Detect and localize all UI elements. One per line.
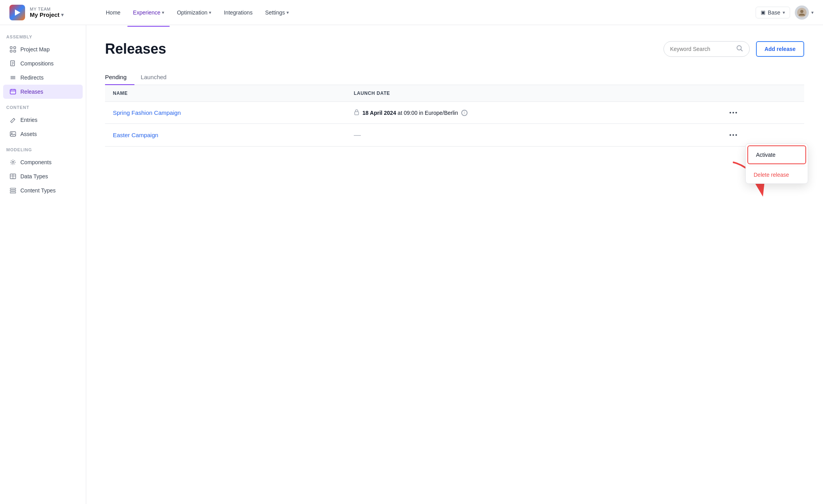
tab-launched[interactable]: Launched (141, 70, 174, 85)
user-avatar[interactable] (795, 5, 809, 20)
table-header-row: NAME LAUNCH DATE (105, 85, 804, 102)
svg-point-34 (730, 134, 731, 136)
dropdown-menu: Activate Delete release (745, 143, 808, 184)
actions-cell-1 (718, 102, 804, 124)
project-name[interactable]: My Project ▾ (30, 11, 63, 18)
sidebar-item-project-map[interactable]: Project Map (3, 42, 83, 56)
empty-date: — (354, 131, 361, 139)
logo-area: MY TEAM My Project ▾ (9, 5, 88, 20)
sidebar-item-components[interactable]: Components (3, 155, 83, 169)
sidebar-item-label: Components (20, 159, 51, 165)
nav-item-integrations[interactable]: Integrations (218, 6, 258, 19)
nav-item-home[interactable]: Home (100, 6, 126, 19)
release-name-cell: Easter Campaign (105, 124, 346, 147)
svg-point-21 (12, 161, 14, 163)
svg-point-36 (736, 134, 737, 136)
sidebar-item-label: Data Types (20, 173, 48, 179)
release-name-link[interactable]: Easter Campaign (113, 132, 158, 138)
nav-item-optimization[interactable]: Optimization ▾ (171, 6, 217, 19)
pencil-icon (9, 116, 16, 123)
list-icon (9, 187, 16, 194)
sidebar-item-content-types[interactable]: Content Types (3, 183, 83, 198)
actions-cell-2: Activate Delete release (718, 124, 804, 147)
optimization-chevron-icon: ▾ (209, 10, 211, 15)
svg-rect-6 (14, 50, 16, 52)
launch-date-cell-empty: — (346, 124, 718, 147)
more-actions-button-1[interactable] (726, 110, 740, 115)
search-input[interactable] (670, 46, 733, 52)
svg-rect-14 (10, 89, 16, 94)
svg-line-18 (14, 118, 15, 120)
search-icon (736, 45, 743, 53)
bold-date: 18 April 2024 (363, 110, 396, 116)
svg-rect-25 (10, 188, 16, 189)
avatar-chevron-icon: ▾ (811, 10, 814, 15)
image-icon (9, 131, 16, 138)
project-chevron-icon: ▾ (61, 12, 63, 18)
svg-rect-5 (10, 50, 12, 52)
svg-rect-3 (10, 47, 12, 49)
sidebar-item-label: Assets (20, 131, 37, 137)
launch-date-cell: 18 April 2024 at 09:00 in Europe/Berlin … (346, 102, 718, 124)
page-header: Releases Add release (105, 41, 804, 57)
svg-marker-0 (15, 9, 20, 16)
tab-pending[interactable]: Pending (105, 70, 134, 85)
sidebar-item-label: Releases (20, 89, 43, 95)
app-layout: ASSEMBLY Project Map (0, 25, 823, 504)
top-nav: MY TEAM My Project ▾ Home Experience ▾ O… (0, 0, 823, 25)
calendar-icon (9, 88, 16, 95)
add-release-button[interactable]: Add release (756, 41, 804, 57)
database-icon: ▣ (761, 9, 765, 15)
base-chevron-icon: ▾ (783, 10, 785, 15)
svg-line-29 (741, 49, 742, 51)
nav-links: Home Experience ▾ Optimization ▾ Integra… (100, 6, 756, 19)
svg-rect-4 (14, 47, 16, 49)
svg-rect-27 (10, 192, 16, 193)
releases-table: NAME LAUNCH DATE Spring Fashion Campaign (105, 85, 804, 147)
col-actions (718, 85, 804, 102)
sidebar-section-content: CONTENT (0, 105, 86, 113)
app-logo (9, 5, 25, 20)
file-icon (9, 60, 16, 67)
sidebar-item-label: Project Map (20, 46, 50, 53)
col-name: NAME (105, 85, 346, 102)
sidebar-item-label: Compositions (20, 60, 54, 67)
delete-release-button[interactable]: Delete release (746, 166, 808, 183)
sidebar-item-compositions[interactable]: Compositions (3, 56, 83, 71)
settings-chevron-icon: ▾ (286, 10, 289, 15)
svg-point-33 (736, 112, 737, 114)
sidebar-section-modeling: MODELING (0, 147, 86, 155)
release-name-cell: Spring Fashion Campaign (105, 102, 346, 124)
sidebar-item-assets[interactable]: Assets (3, 127, 83, 141)
search-box[interactable] (663, 41, 750, 57)
sidebar-item-releases[interactable]: Releases (3, 85, 83, 99)
base-selector[interactable]: ▣ Base ▾ (756, 7, 790, 18)
map-icon (9, 46, 16, 53)
header-actions: Add release (663, 41, 804, 57)
svg-point-35 (732, 134, 734, 136)
svg-rect-19 (10, 132, 16, 136)
experience-chevron-icon: ▾ (162, 10, 164, 15)
info-icon[interactable]: i (461, 110, 468, 116)
nav-item-experience[interactable]: Experience ▾ (127, 6, 170, 19)
activate-button[interactable]: Activate (747, 145, 806, 164)
sidebar: ASSEMBLY Project Map (0, 25, 86, 504)
launch-time: at 09:00 in Europe/Berlin (398, 110, 458, 116)
page-title: Releases (105, 41, 166, 57)
sidebar-item-entries[interactable]: Entries (3, 113, 83, 127)
sidebar-item-redirects[interactable]: Redirects (3, 71, 83, 85)
svg-point-31 (730, 112, 731, 114)
release-name-link[interactable]: Spring Fashion Campaign (113, 109, 181, 116)
sidebar-section-assembly: ASSEMBLY (0, 34, 86, 42)
main-content: Releases Add release Pending Launched (86, 25, 823, 504)
sidebar-item-label: Redirects (20, 74, 44, 81)
svg-point-32 (732, 112, 734, 114)
svg-point-20 (11, 133, 13, 134)
more-actions-button-2[interactable] (726, 132, 740, 138)
nav-item-settings[interactable]: Settings ▾ (259, 6, 294, 19)
table-row: Easter Campaign — (105, 124, 804, 147)
sidebar-item-data-types[interactable]: Data Types (3, 169, 83, 183)
col-launch-date: LAUNCH DATE (346, 85, 718, 102)
sidebar-item-label: Content Types (20, 187, 56, 194)
table-icon (9, 173, 16, 180)
